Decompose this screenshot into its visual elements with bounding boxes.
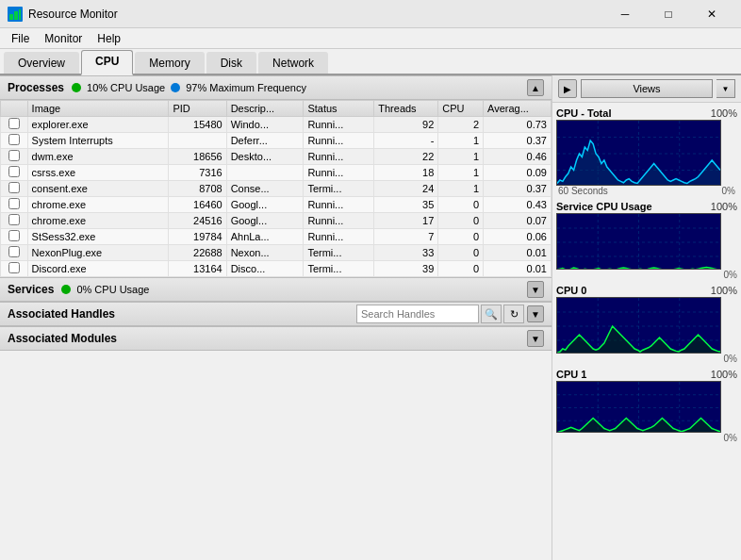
table-row[interactable]: NexonPlug.exe 22688 Nexon... Termi... 33… [1, 245, 552, 261]
handles-collapse-btn[interactable]: ▼ [527, 305, 544, 322]
processes-collapse-btn[interactable]: ▲ [527, 79, 544, 96]
modules-collapse-btn[interactable]: ▼ [527, 330, 544, 347]
modules-header[interactable]: Associated Modules ▼ [0, 326, 552, 351]
handles-section: Associated Handles 🔍 ↻ ▼ [0, 302, 552, 326]
graphs-container[interactable]: CPU - Total 100% 60 Seconds0% Service CP… [552, 103, 741, 560]
row-cpu: 0 [438, 245, 484, 261]
row-image: explorer.exe [27, 117, 169, 133]
tab-memory[interactable]: Memory [135, 52, 204, 74]
row-desc: Conse... [226, 181, 304, 197]
row-checkbox[interactable] [1, 165, 28, 181]
row-checkbox[interactable] [1, 181, 28, 197]
table-row[interactable]: Discord.exe 13164 Disco... Termi... 39 0… [1, 261, 552, 277]
row-avg: 0.07 [484, 213, 552, 229]
row-checkbox[interactable] [1, 245, 28, 261]
table-row[interactable]: StSess32.exe 19784 AhnLa... Runni... 7 0… [1, 229, 552, 245]
graph-title: CPU 1 [556, 369, 586, 380]
menu-monitor[interactable]: Monitor [37, 30, 90, 47]
refresh-button[interactable]: ↻ [503, 305, 524, 323]
row-pid: 8708 [169, 181, 226, 197]
services-collapse-btn[interactable]: ▼ [527, 281, 544, 298]
services-header[interactable]: Services 0% CPU Usage ▼ [0, 277, 552, 302]
handles-header-left: Associated Handles [8, 307, 115, 321]
col-status[interactable]: Status [304, 101, 374, 117]
svg-rect-3 [19, 9, 21, 20]
col-cpu[interactable]: CPU [438, 101, 484, 117]
views-dropdown-btn[interactable]: ▼ [716, 79, 735, 98]
row-checkbox[interactable] [1, 261, 28, 277]
graph-bottom-label: 0% [556, 433, 737, 443]
graph-canvas [556, 120, 721, 186]
col-avg[interactable]: Averag... [484, 101, 552, 117]
col-threads[interactable]: Threads [374, 101, 438, 117]
row-image: chrome.exe [27, 213, 169, 229]
services-info: 0% CPU Usage [61, 284, 149, 295]
processes-table-container[interactable]: Image PID Descrip... Status Threads CPU … [0, 100, 552, 277]
graph-pct: 100% [711, 107, 737, 119]
menu-file[interactable]: File [4, 30, 37, 47]
graph-title: Service CPU Usage [556, 201, 652, 212]
col-desc[interactable]: Descrip... [226, 101, 304, 117]
table-row[interactable]: explorer.exe 15480 Windo... Runni... 92 … [1, 117, 552, 133]
window-controls: ─ □ ✕ [603, 0, 733, 28]
processes-section: Processes 10% CPU Usage 97% Maximum Freq… [0, 75, 552, 277]
search-handles-input[interactable] [356, 305, 479, 323]
row-checkbox[interactable] [1, 117, 28, 133]
row-cpu: 0 [438, 197, 484, 213]
cpu-status-dot [72, 83, 81, 92]
handles-title: Associated Handles [8, 307, 115, 321]
tab-overview[interactable]: Overview [4, 52, 79, 74]
table-row[interactable]: csrss.exe 7316 Runni... 18 1 0.09 [1, 165, 552, 181]
graph-pct: 100% [711, 201, 737, 212]
row-status: Termi... [304, 181, 374, 197]
table-row[interactable]: chrome.exe 24516 Googl... Runni... 17 0 … [1, 213, 552, 229]
handles-header[interactable]: Associated Handles 🔍 ↻ ▼ [0, 302, 552, 326]
table-row[interactable]: System Interrupts Deferr... Runni... - 1… [1, 133, 552, 149]
col-image[interactable]: Image [27, 101, 169, 117]
row-pid: 7316 [169, 165, 226, 181]
row-status: Runni... [304, 229, 374, 245]
processes-header[interactable]: Processes 10% CPU Usage 97% Maximum Freq… [0, 75, 552, 100]
row-threads: 24 [374, 181, 438, 197]
close-button[interactable]: ✕ [690, 0, 733, 28]
tab-bar: Overview CPU Memory Disk Network [0, 49, 741, 75]
row-desc: Deskto... [226, 149, 304, 165]
graph-label: CPU 1 100% [556, 368, 737, 381]
row-checkbox[interactable] [1, 213, 28, 229]
handles-controls: 🔍 ↻ ▼ [356, 305, 544, 323]
menu-help[interactable]: Help [90, 30, 128, 47]
expand-button[interactable]: ▶ [558, 79, 577, 98]
row-status: Runni... [304, 149, 374, 165]
row-checkbox[interactable] [1, 229, 28, 245]
table-row[interactable]: dwm.exe 18656 Deskto... Runni... 22 1 0.… [1, 149, 552, 165]
row-avg: 0.37 [484, 133, 552, 149]
time-label: 60 Seconds [558, 186, 608, 196]
row-avg: 0.09 [484, 165, 552, 181]
bottom-pct: 0% [724, 433, 737, 443]
tab-network[interactable]: Network [258, 52, 328, 74]
row-image: dwm.exe [27, 149, 169, 165]
table-row[interactable]: chrome.exe 16460 Googl... Runni... 35 0 … [1, 197, 552, 213]
search-button[interactable]: 🔍 [481, 305, 502, 323]
graph-bottom-label: 0% [556, 354, 737, 364]
table-row[interactable]: consent.exe 8708 Conse... Termi... 24 1 … [1, 181, 552, 197]
row-checkbox[interactable] [1, 197, 28, 213]
row-checkbox[interactable] [1, 149, 28, 165]
tab-cpu[interactable]: CPU [81, 50, 133, 75]
col-pid[interactable]: PID [169, 101, 226, 117]
row-checkbox[interactable] [1, 133, 28, 149]
services-cpu-label: 0% CPU Usage [76, 284, 149, 295]
services-header-left: Services 0% CPU Usage [8, 283, 149, 296]
row-cpu: 1 [438, 165, 484, 181]
window-title: Resource Monitor [28, 8, 603, 21]
tab-disk[interactable]: Disk [206, 52, 256, 74]
title-bar: Resource Monitor ─ □ ✕ [0, 0, 741, 28]
row-pid: 16460 [169, 197, 226, 213]
row-cpu: 0 [438, 261, 484, 277]
maximize-button[interactable]: □ [647, 0, 690, 28]
views-button[interactable]: Views [581, 79, 713, 98]
col-check[interactable] [1, 101, 28, 117]
left-panel: Processes 10% CPU Usage 97% Maximum Freq… [0, 75, 552, 560]
row-desc [226, 165, 304, 181]
minimize-button[interactable]: ─ [603, 0, 647, 28]
